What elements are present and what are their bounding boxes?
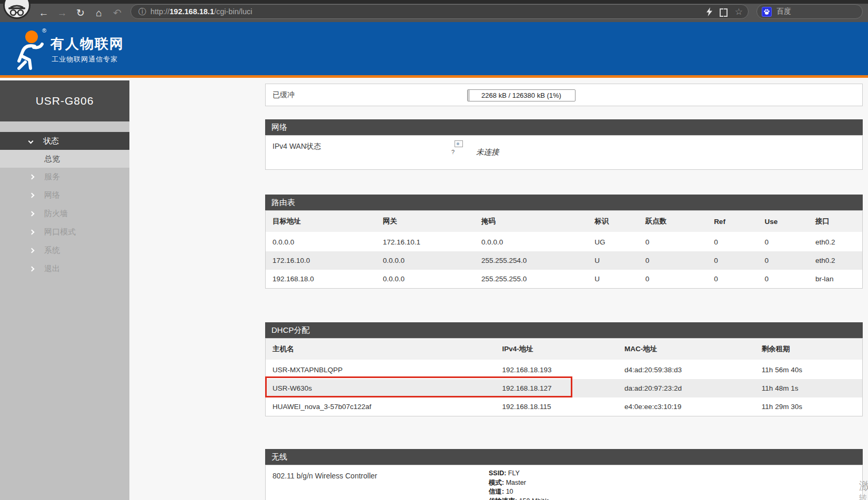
registered-mark: ® xyxy=(42,27,46,34)
section-header-network: 网络 xyxy=(265,119,863,135)
table-row: 0.0.0.0 172.16.10.1 0.0.0.0 UG 0 0 0 eth… xyxy=(266,232,862,251)
cell: 0 xyxy=(758,270,809,288)
window-top-strip xyxy=(0,0,868,4)
chevron-right-icon xyxy=(29,175,35,180)
home-icon[interactable]: ⌂ xyxy=(92,6,106,20)
col-header: IPv4-地址 xyxy=(496,339,618,360)
cell: 0 xyxy=(707,232,758,251)
chevron-right-icon xyxy=(29,267,35,272)
sidebar-item-label: 服务 xyxy=(44,172,60,182)
table-row: 172.16.10.0 0.0.0.0 255.255.254.0 U 0 0 … xyxy=(266,251,862,270)
lightning-icon[interactable] xyxy=(706,7,712,16)
progress-value: 2268 kB / 126380 kB (1%) xyxy=(468,91,575,99)
buffered-progress-bar: 2268 kB / 126380 kB (1%) xyxy=(467,89,576,101)
col-header: MAC-地址 xyxy=(618,339,755,360)
col-header: 跃点数 xyxy=(639,211,707,232)
cell-hostname: HUAWEI_nova_3-57b07c122af xyxy=(266,397,496,416)
search-engine-label: 百度 xyxy=(776,7,791,16)
back-icon[interactable]: ← xyxy=(37,6,51,20)
cell: 0.0.0.0 xyxy=(266,232,376,251)
sidebar-spacer xyxy=(0,121,129,132)
sidebar-item-label: 系统 xyxy=(44,246,60,256)
table-row: 192.168.18.0 0.0.0.0 255.255.255.0 U 0 0… xyxy=(266,270,862,288)
routes-table: 目标地址 网关 掩码 标识 跃点数 Ref Use 接口 0.0.0.0 172… xyxy=(266,211,862,288)
cell: eth0.2 xyxy=(809,232,862,251)
cell: 0 xyxy=(758,251,809,270)
baidu-logo-icon xyxy=(762,7,772,17)
cell: 0.0.0.0 xyxy=(475,232,588,251)
wifi-value: Master xyxy=(504,479,526,486)
cell-ip: 192.168.18.193 xyxy=(496,360,618,379)
cell: 172.16.10.0 xyxy=(266,251,376,270)
sidebar-item-logout[interactable]: 退出 xyxy=(0,260,129,278)
main-area: 已缓冲 2268 kB / 126380 kB (1%) 网络 IPv4 WAN… xyxy=(129,80,868,500)
cell: 172.16.10.1 xyxy=(376,232,475,251)
col-header: 目标地址 xyxy=(266,211,376,232)
wireless-controller-label: 802.11 b/g/n Wireless Controller xyxy=(272,472,377,480)
buffered-label: 已缓冲 xyxy=(272,90,295,100)
wifi-ssid-line: SSID: FLY xyxy=(489,469,549,478)
favorite-star-icon[interactable]: ☆ xyxy=(735,6,743,17)
url-text: http://192.168.18.1/cgi-bin/luci xyxy=(150,7,252,16)
memory-buffered-row: 已缓冲 2268 kB / 126380 kB (1%) xyxy=(265,84,863,106)
wifi-mode-line: 模式: Master xyxy=(489,478,549,488)
wireless-info: SSID: FLY 模式: Master 信道: 10 传输速率: 150 Mb… xyxy=(489,469,549,500)
chevron-down-icon xyxy=(28,138,34,144)
network-panel: IPv4 WAN状态 ? 未连接 xyxy=(265,135,863,170)
cell: br-lan xyxy=(809,270,862,288)
col-header: 接口 xyxy=(809,211,862,232)
reload-icon[interactable]: ↻ xyxy=(74,6,87,20)
table-row: HUAWEI_nova_3-57b07c122af 192.168.18.115… xyxy=(266,397,862,416)
table-row: USR-MXTAPNBLQPP 192.168.18.193 d4:ad:20:… xyxy=(266,360,862,379)
cell-mac: e4:0e:ee:c3:10:19 xyxy=(618,397,755,416)
cell: eth0.2 xyxy=(809,251,862,270)
sidebar-item-network[interactable]: 网络 xyxy=(0,186,129,205)
sidebar-item-services[interactable]: 服务 xyxy=(0,168,129,186)
wifi-key: 模式: xyxy=(489,479,504,486)
baidu-search-box[interactable]: 百度 xyxy=(756,4,863,19)
sidebar-item-label: 退出 xyxy=(44,264,60,274)
address-bar[interactable]: ⓘ http://192.168.18.1/cgi-bin/luci ☆ xyxy=(130,4,749,19)
sidebar-item-label: 网络 xyxy=(44,190,60,200)
col-header: 掩码 xyxy=(475,211,588,232)
sidebar-item-system[interactable]: 系统 xyxy=(0,241,129,260)
cell: 255.255.255.0 xyxy=(475,270,588,288)
screenshot-icon[interactable] xyxy=(720,8,728,15)
forward-icon[interactable]: → xyxy=(55,6,69,20)
wifi-value: FLY xyxy=(506,470,519,477)
table-row-highlighted: USR-W630s 192.168.18.127 da:ad:20:97:23:… xyxy=(266,379,862,397)
wifi-key: SSID: xyxy=(489,470,506,477)
sidebar: USR-G806 状态 总览 服务 网络 防火墙 网口模式 系统 退出 xyxy=(0,80,129,500)
undo-icon[interactable]: ↶ xyxy=(110,6,124,20)
cell: 0 xyxy=(707,251,758,270)
cell-lease: 11h 48m 1s xyxy=(755,379,862,397)
site-info-icon[interactable]: ⓘ xyxy=(138,7,146,17)
cell: 0 xyxy=(639,251,707,270)
routes-panel: 目标地址 网关 掩码 标识 跃点数 Ref Use 接口 0.0.0.0 172… xyxy=(265,210,863,289)
cell-mac: d4:ad:20:59:38:d3 xyxy=(618,360,755,379)
wifi-key: 信道: xyxy=(489,488,504,495)
device-title: USR-G806 xyxy=(0,80,129,121)
dhcp-header-row: 主机名 IPv4-地址 MAC-地址 剩余租期 xyxy=(266,339,862,360)
col-header: Ref xyxy=(707,211,758,232)
incognito-profile-icon[interactable] xyxy=(3,0,31,19)
cell: 0 xyxy=(639,270,707,288)
sidebar-item-status[interactable]: 状态 xyxy=(0,132,129,150)
section-header-wireless: 无线 xyxy=(265,449,863,465)
sidebar-item-port-mode[interactable]: 网口模式 xyxy=(0,223,129,241)
sidebar-item-label: 总览 xyxy=(0,154,60,164)
broken-image-icon: ? xyxy=(450,140,471,155)
sidebar-item-label: 防火墙 xyxy=(44,209,68,219)
wireless-panel: 802.11 b/g/n Wireless Controller SSID: F… xyxy=(265,465,863,500)
url-scheme: http:// xyxy=(150,7,169,16)
sidebar-item-overview[interactable]: 总览 xyxy=(0,150,129,168)
sidebar-item-firewall[interactable]: 防火墙 xyxy=(0,205,129,223)
broken-image-mark: ? xyxy=(451,149,471,155)
dhcp-panel: 主机名 IPv4-地址 MAC-地址 剩余租期 USR-MXTAPNBLQPP … xyxy=(265,338,863,416)
col-header: 标识 xyxy=(588,211,638,232)
routes-header-row: 目标地址 网关 掩码 标识 跃点数 Ref Use 接口 xyxy=(266,211,862,232)
cell-hostname: USR-MXTAPNBLQPP xyxy=(266,360,496,379)
section-header-dhcp: DHCP分配 xyxy=(265,322,863,338)
col-header: Use xyxy=(758,211,809,232)
brand-slogan: 工业物联网通信专家 xyxy=(52,55,118,64)
